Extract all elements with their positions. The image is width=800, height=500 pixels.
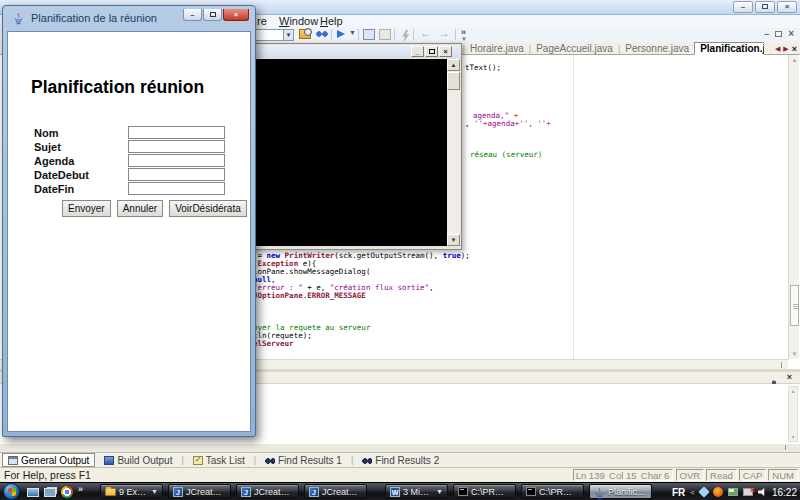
taskbar-button-planificatio[interactable]: Planificatio...: [589, 484, 652, 499]
tab-pageaccueil-java[interactable]: PageAccueil.java: [536, 43, 613, 54]
toolbar-separator: [394, 29, 395, 40]
close-button[interactable]: ×: [777, 1, 797, 13]
pin-icon[interactable]: [770, 374, 778, 382]
start-button[interactable]: [3, 483, 20, 500]
tab-separator: |: [618, 44, 620, 54]
status-message: For Help, press F1: [4, 469, 91, 481]
step-icon[interactable]: [363, 29, 375, 40]
tab-personne-java[interactable]: Personne.java: [625, 43, 689, 54]
envoyer-button[interactable]: Envoyer: [62, 200, 111, 217]
menu-item-window[interactable]: Window: [279, 15, 318, 28]
code-line: tText();: [465, 64, 501, 72]
margin-guide-line: [573, 55, 574, 359]
dialog-maximize-button[interactable]: [203, 9, 222, 21]
java-cup-icon: [13, 11, 26, 26]
taskbar-button-c-progra[interactable]: C:\PROGRA...: [521, 484, 584, 499]
cmd-icon: [458, 487, 468, 496]
scroll-up-icon[interactable]: ▲: [789, 388, 797, 394]
taskbar-button-c-progra[interactable]: C:\PROGRA...: [453, 484, 516, 499]
tab-close-icon[interactable]: ×: [792, 44, 797, 54]
system-tray: FR<16:22: [672, 485, 797, 499]
overflow-chevron-icon[interactable]: »▼: [461, 27, 467, 41]
minimize-button[interactable]: –: [733, 1, 753, 13]
console-scrollbar[interactable]: ▲ ▼: [447, 59, 460, 246]
console-output[interactable]: [234, 59, 447, 246]
network-icon[interactable]: [728, 488, 738, 496]
run-dropdown-icon[interactable]: ▼: [349, 29, 356, 36]
language-indicator[interactable]: FR: [672, 487, 685, 498]
voirdesiderata-button[interactable]: VoirDésidérata: [169, 200, 247, 217]
tab-horaire-java[interactable]: Horaire.java: [470, 43, 524, 54]
field-input-agenda[interactable]: [128, 154, 225, 167]
back-arrow-icon[interactable]: ←: [420, 26, 432, 40]
field-input-datedebut[interactable]: [128, 168, 225, 181]
scroll-up-icon[interactable]: ▲: [447, 59, 460, 71]
taskbar-button-jcreator[interactable]: JJCreator - [...: [304, 484, 367, 499]
tab-planification-java[interactable]: Planification.java: [694, 42, 764, 55]
tab-scroll-left-icon[interactable]: ◀: [775, 45, 780, 53]
tab-general-output[interactable]: General Output: [2, 453, 95, 467]
indicator-ovr: OVR: [676, 469, 705, 481]
menu-item-help[interactable]: Help: [320, 15, 343, 28]
tab-find-results-2[interactable]: Find Results 2: [357, 453, 444, 467]
restore-button[interactable]: [755, 1, 775, 13]
console-close-button[interactable]: ×: [439, 46, 452, 57]
field-input-nom[interactable]: [128, 126, 225, 139]
tray-collapse-chevron[interactable]: <: [690, 488, 695, 497]
taskbar-button-3-microso[interactable]: W3 Microso...▼: [385, 484, 448, 499]
editor-vertical-scrollbar[interactable]: ▲ ▼: [788, 55, 799, 359]
field-label-sujet: Sujet: [34, 141, 61, 153]
toolbar-combobox[interactable]: ▼: [254, 29, 294, 41]
scroll-down-icon[interactable]: ▼: [447, 234, 460, 246]
taskbar-button-9-explorat[interactable]: 9 Explorat...▼: [100, 484, 163, 499]
mdi-minimize-button[interactable]: –: [764, 29, 769, 39]
run-icon[interactable]: [337, 30, 345, 38]
scrollbar-thumb[interactable]: [447, 72, 460, 90]
mdi-restore-button[interactable]: [775, 31, 782, 37]
form-buttons: EnvoyerAnnulerVoirDésidérata: [62, 200, 247, 217]
dialog-window: Planification de la réunion – × Planific…: [2, 5, 256, 437]
scroll-down-icon[interactable]: ▼: [789, 349, 800, 359]
agent-icon[interactable]: [713, 487, 723, 497]
show-desktop-icon[interactable]: [27, 488, 39, 497]
console-titlebar[interactable]: _ ×: [232, 45, 460, 58]
clock[interactable]: 16:22: [772, 487, 797, 498]
dialog-minimize-button[interactable]: –: [183, 9, 202, 21]
taskbar-button-jcreator[interactable]: JJCreator - [...: [236, 484, 299, 499]
switch-windows-icon[interactable]: [44, 488, 56, 497]
mdi-close-button[interactable]: ×: [788, 28, 794, 39]
console-maximize-button[interactable]: [425, 46, 438, 57]
tab-build-output[interactable]: Build Output: [99, 453, 177, 467]
tab-task-list[interactable]: Task List: [188, 453, 250, 467]
field-input-datefin[interactable]: [128, 182, 225, 195]
find-in-files-icon[interactable]: [299, 29, 311, 39]
code-line: JOptionPane.ERROR_MESSAGE: [253, 292, 366, 300]
tab-separator: |: [351, 455, 353, 465]
forward-arrow-icon[interactable]: →: [438, 26, 450, 40]
dropdown-arrow-icon: ▼: [151, 488, 158, 495]
scroll-down-icon[interactable]: ▼: [789, 434, 797, 440]
console-minimize-button[interactable]: _: [411, 46, 424, 57]
dialog-close-button[interactable]: ×: [223, 9, 249, 21]
jcreator-icon: J: [309, 487, 319, 497]
view-icon[interactable]: [316, 29, 328, 39]
overflow-chevron-icon[interactable]: »: [78, 484, 83, 494]
network-offline-icon[interactable]: [743, 488, 753, 496]
volume-icon[interactable]: [758, 488, 767, 497]
step-over-icon[interactable]: [379, 29, 391, 40]
field-input-sujet[interactable]: [128, 140, 225, 153]
annuler-button[interactable]: Annuler: [117, 200, 163, 217]
output-close-icon[interactable]: ×: [787, 372, 792, 382]
mdi-window-controls: – ×: [764, 28, 794, 39]
scroll-up-icon[interactable]: ▲: [789, 55, 800, 65]
menu-item-re[interactable]: re: [257, 15, 267, 28]
dialog-window-controls: – ×: [183, 9, 249, 21]
chrome-icon[interactable]: [61, 486, 73, 498]
scrollbar-thumb[interactable]: [790, 285, 799, 326]
tab-scroll-right-icon[interactable]: ▶: [783, 45, 788, 53]
output-scrollbar[interactable]: ▲▼: [788, 386, 798, 442]
dialog-titlebar[interactable]: Planification de la réunion – ×: [7, 9, 251, 29]
messenger-icon[interactable]: [698, 486, 709, 497]
taskbar-button-jcreator[interactable]: JJCreator - [...: [168, 484, 231, 499]
tab-find-results-1[interactable]: Find Results 1: [260, 453, 347, 467]
